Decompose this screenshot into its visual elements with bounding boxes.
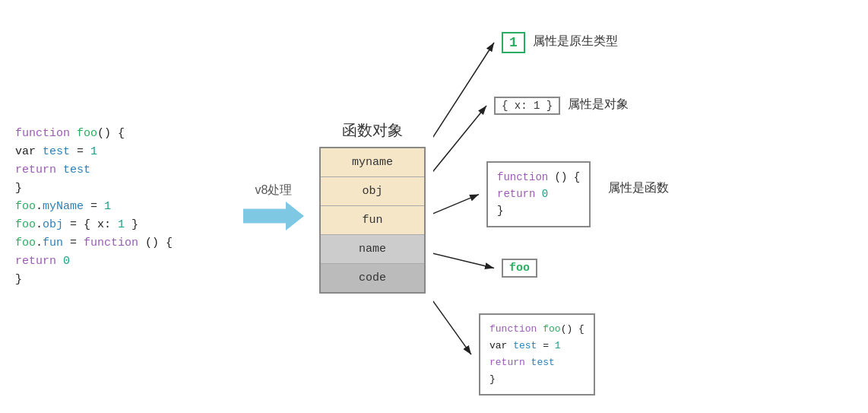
code-line: foo.myName = 1 (15, 198, 236, 216)
arrow-icon (243, 202, 304, 230)
function-label: 属性是函数 (608, 180, 669, 198)
ann-object: { x: 1 } 属性是对象 (494, 97, 629, 115)
func-obj-title: 函数对象 (342, 120, 403, 141)
ann-primitive: 1 属性是原生类型 (502, 32, 618, 53)
object-value: { x: 1 } (494, 97, 560, 115)
func-ann-line: } (497, 202, 580, 219)
annotations-area: 1 属性是原生类型 { x: 1 } 属性是对象 function () { r… (441, 17, 853, 397)
func-obj-row-code: code (321, 264, 424, 292)
code-ann-line: var test = 1 (489, 338, 584, 354)
ann-foo-name: foo (502, 259, 537, 278)
func-obj-row-fun: fun (321, 206, 424, 235)
code-line: var test = 1 (15, 143, 236, 161)
object-label: 属性是对象 (568, 97, 629, 114)
code-line: return test (15, 161, 236, 179)
func-obj-row-myname: myname (321, 148, 424, 177)
svg-line-2 (433, 106, 486, 192)
code-ann-line: function foo() { (489, 321, 584, 338)
primitive-label: 属性是原生类型 (533, 33, 618, 51)
func-obj-row-name: name (321, 235, 424, 264)
svg-line-1 (433, 43, 494, 163)
code-line: function foo() { (15, 125, 236, 143)
func-ann-line: function () { (497, 169, 580, 186)
code-line: foo.obj = { x: 1 } (15, 216, 236, 234)
primitive-value: 1 (502, 32, 525, 53)
code-line: } (15, 271, 236, 289)
code-line: } (15, 179, 236, 198)
v8-arrow-section: v8处理 (236, 183, 312, 230)
arrow-label: v8处理 (255, 183, 293, 199)
ann-function: function () { return 0} (486, 161, 591, 227)
code-line: foo.fun = function () { (15, 234, 236, 253)
code-block: function foo() { var test = 1 return tes… (15, 125, 236, 289)
ann-code-box: function foo() { var test = 1 return tes… (479, 313, 595, 396)
foo-value: foo (509, 262, 530, 275)
main-container: function foo() { var test = 1 return tes… (0, 0, 868, 413)
code-line: return 0 (15, 253, 236, 271)
func-ann-line: return 0 (497, 186, 580, 202)
code-ann-line: } (489, 371, 584, 388)
code-ann-line: return test (489, 354, 584, 371)
svg-line-3 (433, 194, 479, 220)
func-obj-row-obj: obj (321, 177, 424, 206)
func-obj-box: mynameobjfunnamecode (319, 147, 426, 294)
svg-line-5 (433, 278, 471, 354)
svg-line-4 (433, 249, 494, 268)
func-obj-section: 函数对象 mynameobjfunnamecode (312, 120, 433, 294)
